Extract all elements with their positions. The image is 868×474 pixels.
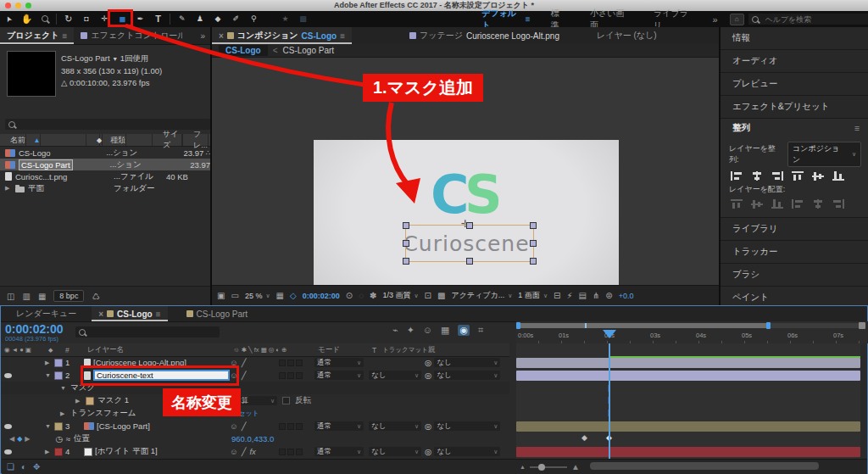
mask-blend-dropdown[interactable]: 加算∨ bbox=[231, 396, 277, 405]
channels-icon[interactable]: ✽ bbox=[370, 291, 376, 300]
timeline-horizontal-scrollbar[interactable] bbox=[590, 462, 819, 470]
magnification-dropdown[interactable]: 25 %∨ bbox=[245, 292, 270, 300]
stopwatch-icon[interactable]: ◷ bbox=[55, 434, 62, 443]
fast-previews-icon[interactable]: ⚡ bbox=[566, 291, 572, 300]
pickwhip-icon[interactable]: ◎ bbox=[425, 371, 431, 380]
close-tab-icon[interactable]: × bbox=[98, 309, 103, 319]
shy-icon[interactable]: ☺ bbox=[230, 358, 238, 367]
collapse-icon[interactable]: ▼ bbox=[60, 385, 67, 391]
expand-icon[interactable]: ▶ bbox=[45, 449, 52, 455]
comp-mini-flowchart-icon[interactable]: ⌁ bbox=[392, 325, 398, 336]
layer-name-column[interactable]: レイヤー名 bbox=[87, 345, 233, 355]
handle[interactable] bbox=[403, 258, 409, 265]
handle[interactable] bbox=[403, 222, 409, 229]
snapshot-icon[interactable]: ⊙ bbox=[346, 291, 353, 300]
layer-row-3[interactable]: ▼3 [CS-Logo Part] ☺╱ 通常∨ なし∨ ◎なし∨ bbox=[1, 420, 509, 432]
parent-dropdown[interactable]: なし∨ bbox=[434, 371, 500, 380]
draft-3d-icon[interactable]: ✦ bbox=[407, 325, 415, 336]
rectangle-tool[interactable]: ■ bbox=[114, 11, 131, 27]
quality-icon[interactable]: ╱ bbox=[242, 421, 247, 431]
pickwhip-icon[interactable]: ◎ bbox=[425, 447, 431, 456]
panel-menu-icon[interactable]: ≡ bbox=[340, 31, 345, 41]
clone-stamp-tool[interactable]: ♟ bbox=[191, 11, 209, 27]
viewer-timecode[interactable]: 0:00:02:00 bbox=[303, 292, 340, 300]
pan-behind-tool[interactable]: ✛ bbox=[96, 11, 114, 27]
multi-view-icon[interactable]: ▣ bbox=[217, 291, 225, 300]
track-matte-dropdown[interactable]: なし∨ bbox=[369, 447, 421, 456]
work-area-start-handle[interactable] bbox=[516, 322, 520, 329]
shy-icon[interactable]: ☺ bbox=[230, 421, 238, 431]
shy-icon[interactable]: ☺ bbox=[230, 371, 238, 380]
panel-libraries[interactable]: ライブラリ bbox=[721, 218, 868, 241]
tab-timeline-cs-logo[interactable]: × CS-Logo ≡ bbox=[92, 306, 167, 321]
tab-footage[interactable]: フッテージ Curioscene Logo-Alt.png bbox=[403, 27, 566, 44]
exposure-value[interactable]: +0.0 bbox=[619, 292, 634, 300]
expand-icon[interactable]: ▶ bbox=[5, 185, 12, 192]
mask-group-row[interactable]: ▼マスク bbox=[1, 382, 509, 394]
align-center-horizontal-icon[interactable] bbox=[751, 171, 763, 181]
playhead-line[interactable] bbox=[609, 343, 610, 459]
timeline-button-icon[interactable]: ▤ bbox=[578, 291, 586, 300]
parent-dropdown[interactable]: なし∨ bbox=[434, 447, 500, 456]
fx-icon[interactable]: fx bbox=[249, 447, 255, 456]
column-fps[interactable]: フレ... bbox=[183, 134, 209, 146]
workspace-search-button[interactable]: ⌂ bbox=[730, 14, 744, 25]
blend-mode-dropdown[interactable]: 通常∨ bbox=[314, 358, 364, 367]
align-left-icon[interactable] bbox=[731, 171, 743, 181]
caret-down-icon[interactable]: ▼ bbox=[112, 56, 118, 62]
align-bottom-icon[interactable] bbox=[832, 171, 844, 181]
timeline-search[interactable] bbox=[75, 326, 220, 337]
column-name[interactable]: 名前 ▲ bbox=[0, 134, 86, 146]
mode-column[interactable]: モード bbox=[318, 345, 372, 355]
layer-row-4[interactable]: ▶4 [ホワイト 平面 1] ☺╱fx 通常∨ なし∨ ◎なし∨ bbox=[1, 445, 509, 458]
layer-row-1[interactable]: ▶1 [Curioscene Logo-Alt.png] ☺╱ 通常∨ ◎なし∨ bbox=[1, 356, 509, 369]
screen-mode-icon[interactable]: ▭ bbox=[231, 291, 238, 300]
new-composition-icon[interactable]: ▦ bbox=[38, 292, 46, 301]
zoom-out-mountain-icon[interactable]: ▲ bbox=[520, 464, 526, 470]
quality-icon[interactable]: ╱ bbox=[242, 371, 247, 380]
pixel-aspect-icon[interactable]: ⊟ bbox=[554, 291, 560, 300]
eraser-tool[interactable]: ◆ bbox=[209, 11, 226, 27]
layer-name-edit-input[interactable] bbox=[93, 370, 230, 381]
help-search[interactable] bbox=[748, 14, 868, 25]
show-snapshot-icon[interactable]: ◌ bbox=[359, 291, 364, 300]
expand-icon[interactable]: ▶ bbox=[60, 410, 67, 417]
blend-mode-dropdown[interactable]: 通常∨ bbox=[314, 421, 364, 431]
graph-editor-icon[interactable]: ⌗ bbox=[478, 325, 483, 336]
expand-icon[interactable]: ▶ bbox=[45, 360, 52, 366]
flowchart-icon[interactable]: ⋔ bbox=[593, 291, 599, 300]
motion-blur-icon[interactable]: ◉ bbox=[458, 325, 470, 336]
breadcrumb-current[interactable]: CS-Logo Part bbox=[283, 46, 335, 55]
project-row-cs-logo-part[interactable]: CS-Logo Part ...ション 23.97 bbox=[0, 159, 210, 170]
brush-tool[interactable]: ✎ bbox=[173, 11, 191, 27]
mask-color-chip[interactable] bbox=[86, 397, 94, 405]
frame-blend-toggle-icon[interactable]: ❏ bbox=[7, 462, 14, 471]
panel-info[interactable]: 情報 bbox=[721, 27, 868, 50]
layer-bar-4[interactable] bbox=[516, 447, 860, 457]
panel-preview[interactable]: プレビュー bbox=[721, 73, 868, 96]
align-target-dropdown[interactable]: コンポジション∨ bbox=[787, 142, 861, 167]
column-size[interactable]: サイズ bbox=[153, 134, 183, 146]
panel-effects-presets[interactable]: エフェクト&プリセット bbox=[721, 96, 868, 119]
collapse-icon[interactable]: ▼ bbox=[45, 372, 52, 378]
layer-bar-3[interactable] bbox=[516, 421, 860, 432]
track-matte-dropdown[interactable]: なし∨ bbox=[369, 421, 421, 431]
timeline-zoom-slider[interactable] bbox=[530, 466, 567, 468]
handle[interactable] bbox=[530, 222, 537, 229]
handle[interactable] bbox=[530, 258, 537, 265]
comp-marker[interactable] bbox=[585, 323, 587, 328]
handle[interactable] bbox=[530, 240, 537, 247]
track-matte-dropdown[interactable]: なし∨ bbox=[369, 371, 421, 380]
panel-align-header[interactable]: 整列 ≡ bbox=[721, 119, 868, 137]
shy-icon[interactable]: ☺ bbox=[230, 447, 238, 456]
position-label[interactable]: 位置 bbox=[74, 433, 90, 444]
reset-link[interactable]: リセット bbox=[231, 409, 259, 418]
handle[interactable] bbox=[466, 222, 473, 229]
frame-blend-icon[interactable]: ▦ bbox=[441, 325, 449, 336]
brainstorm-icon[interactable]: ✥ bbox=[33, 462, 40, 471]
workspace-menu-icon[interactable]: ≡ bbox=[526, 14, 539, 24]
panel-menu-icon[interactable]: ≡ bbox=[156, 309, 161, 319]
eye-icon[interactable] bbox=[4, 373, 12, 378]
project-row-cs-logo[interactable]: CS-Logo ...ション 23.97 ∴ bbox=[0, 147, 210, 159]
bit-depth-button[interactable]: 8 bpc bbox=[53, 290, 84, 302]
